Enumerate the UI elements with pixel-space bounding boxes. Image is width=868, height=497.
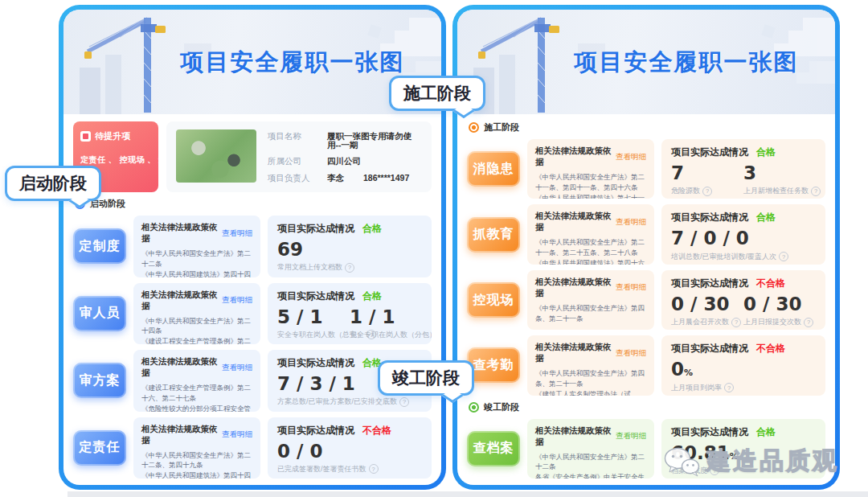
metric-value: 7 / 3 / 1 [277, 373, 355, 394]
metric-caption: 培训总数/已审批培训数/覆盖人次 [671, 252, 776, 262]
result-card: 项目实际达成情况 合格 7 / 0 / 0 培训总数/已审批培训数/覆盖人次? [661, 204, 825, 264]
law-line: 《中华人民共和国建筑法》第四十四条等 [141, 470, 252, 479]
left-panel-header: 项目安全履职一张图 [63, 10, 441, 114]
result-card-title: 项目实际达成情况 [277, 290, 354, 303]
project-info-card: 项目名称 履职一张图专用请勿使用--一期 所属公司 四川公司 项目负责人 李念 … [166, 121, 432, 192]
metric: 0 / 30 上月日报提交次数? [743, 294, 816, 327]
watermark: 建造品质观 [663, 445, 839, 478]
view-detail-link[interactable]: 查看明细 [222, 295, 252, 306]
help-icon[interactable]: ? [811, 187, 821, 196]
law-line: 《中华人民共和国安全生产法》第二十二条 [535, 452, 646, 473]
metric-value: 0 / 30 [671, 294, 729, 314]
view-detail-link[interactable]: 查看明细 [222, 429, 252, 440]
left-panel: 项目安全履职一张图 待提升项 定责任 、 控现场 、 查考勤 项目名称 [59, 5, 446, 490]
stage-button-archive-check[interactable]: 查档案 [467, 431, 520, 466]
view-detail-link[interactable]: 查看明细 [616, 282, 646, 293]
metric-value: 0 / 30 [743, 294, 801, 314]
result-card: 项目实际达成情况 不合格 0 / 30 上月晨会召开次数? 0 / 30 上月日… [661, 270, 825, 330]
page-title: 项目安全履职一张图 [152, 47, 433, 79]
law-line: 各省《安全生产条例》中关于安全生产信息档案的条款 [535, 472, 646, 479]
status-badge: 不合格 [362, 424, 391, 437]
law-card-title: 相关法律法规政策依据 [141, 222, 222, 244]
law-card: 相关法律法规政策依据 查看明细 《中华人民共和国安全生产法》第二十一条、第二十五… [527, 204, 654, 264]
help-icon[interactable]: ? [779, 252, 788, 261]
law-line: 《建设工程安全生产管理条例》第二十六、第二十七条 [141, 383, 252, 404]
help-icon[interactable]: ? [804, 318, 813, 327]
law-line: 《中华人民共和国安全生产法》第四条、第二十一条 [535, 368, 646, 389]
data-row: 消隐患 相关法律法规政策依据 查看明细 《中华人民共和国安全生产法》第二十一条、… [467, 139, 825, 199]
watermark-text: 建造品质观 [706, 445, 839, 478]
project-manager-field: 项目负责人 李念 186****1497 [268, 174, 422, 183]
law-line: 《中华人民共和国安全生产法》第二十二条、第四十九条 [141, 450, 252, 471]
data-row: 定责任 相关法律法规政策依据 查看明细 《中华人民共和国安全生产法》第二十二条、… [73, 417, 432, 479]
status-badge: 不合格 [756, 277, 785, 290]
manager-phone: 186****1497 [363, 174, 409, 183]
stage-button-review-personnel[interactable]: 审人员 [73, 296, 126, 331]
law-card-title: 相关法律法规政策依据 [535, 277, 616, 299]
law-line: 《建筑工人实名制管理办法（试行）》第十二条 [535, 389, 646, 396]
help-icon[interactable]: ? [702, 187, 712, 196]
metric-value: 0 [671, 359, 684, 380]
section-launch-phase: 启动阶段 [75, 198, 432, 210]
metric-caption: 上月新增检查任务数 [743, 186, 809, 196]
view-detail-link[interactable]: 查看明细 [222, 228, 252, 239]
view-detail-link[interactable]: 查看明细 [616, 431, 646, 442]
view-detail-link[interactable]: 查看明细 [616, 348, 646, 359]
result-card-title: 项目实际达成情况 [277, 424, 354, 437]
metric-caption: 安全专职在岗人数（分包） [350, 330, 432, 340]
help-icon[interactable]: ? [731, 318, 741, 327]
result-card-title: 项目实际达成情况 [671, 146, 748, 159]
project-summary-row: 待提升项 定责任 、 控现场 、 查考勤 项目名称 履职一张图专用请勿使用--一… [73, 121, 432, 192]
view-detail-link[interactable]: 查看明细 [616, 217, 646, 228]
metric-value: 1 / 1 [350, 306, 395, 327]
wechat-icon [663, 446, 702, 477]
metric: 0% 上月项目到岗率? [671, 359, 816, 392]
result-card-title: 项目实际达成情况 [277, 222, 354, 236]
result-card-title: 项目实际达成情况 [671, 342, 748, 355]
metric-caption: 危险源数 [671, 186, 700, 196]
result-card: 项目实际达成情况 合格 7 危险源数? 3 上月新增检查任务数? [661, 139, 825, 199]
project-company-field: 所属公司 四川公司 [268, 157, 422, 166]
result-card: 项目实际达成情况 不合格 0% 上月项目到岗率? [661, 335, 825, 395]
stage-button-site-control[interactable]: 控现场 [467, 282, 520, 318]
view-detail-link[interactable]: 查看明细 [616, 152, 646, 162]
metric-caption: 常用文档上传文档数 [277, 262, 342, 273]
law-card: 相关法律法规政策依据 查看明细 《建设工程安全生产管理条例》第二十六、第二十七条… [133, 350, 260, 412]
stage-button-eliminate-hazards[interactable]: 消隐患 [467, 151, 520, 187]
law-card-title: 相关法律法规政策依据 [141, 290, 222, 312]
help-icon[interactable]: ? [399, 397, 409, 407]
metric-value: 7 [671, 162, 684, 183]
result-card-title: 项目实际达成情况 [671, 425, 748, 439]
status-badge: 合格 [362, 222, 382, 236]
law-card-title: 相关法律法规政策依据 [535, 211, 616, 233]
result-card: 项目实际达成情况 不合格 0 / 0 已完成签署数/签署责任书数? [268, 417, 432, 479]
callout-completion-phase: 竣工阶段 [378, 360, 474, 396]
stage-button-safety-education[interactable]: 抓教育 [467, 217, 520, 253]
section-completion-phase: 竣工阶段 [469, 401, 825, 413]
metric: 1 / 1 安全专职在岗人数（分包）? [350, 307, 422, 340]
law-card-title: 相关法律法规政策依据 [535, 425, 616, 448]
stage-button-attendance-check[interactable]: 查考勤 [467, 347, 520, 383]
metric-value: 7 / 0 / 0 [671, 228, 749, 249]
metric-caption: 上月项目到岗率 [671, 383, 722, 393]
law-card: 相关法律法规政策依据 查看明细 《中华人民共和国安全生产法》第二十二条、第四十九… [133, 417, 260, 479]
law-line: 《危险性较大的分部分项工程安全管理规定》第七条、第十条、第十五条等 [141, 404, 252, 412]
help-icon[interactable]: ? [724, 383, 734, 392]
law-card: 相关法律法规政策依据 查看明细 《中华人民共和国安全生产法》第二十四条 《建设工… [133, 283, 260, 345]
law-line: 《中华人民共和国建筑法》第四十六条 [535, 258, 646, 265]
help-icon[interactable]: ? [369, 464, 379, 474]
callout-launch-phase: 启动阶段 [5, 166, 101, 201]
law-card: 相关法律法规政策依据 查看明细 《中华人民共和国安全生产法》第二十二条 《中华人… [133, 216, 260, 277]
status-badge: 合格 [756, 425, 776, 439]
project-name-field: 项目名称 履职一张图专用请勿使用--一期 [268, 132, 422, 149]
metric: 0 / 30 上月晨会召开次数? [671, 294, 743, 327]
bottom-bar [68, 491, 868, 497]
right-panel: 项目安全履职一张图 施工阶段 消隐患 相关法律法规政策依据 查看明细 《中华人民… [452, 5, 840, 490]
stage-button-review-plan[interactable]: 审方案 [73, 363, 126, 398]
help-icon[interactable]: ? [345, 263, 354, 273]
view-detail-link[interactable]: 查看明细 [222, 363, 252, 373]
law-card-title: 相关法律法规政策依据 [535, 342, 616, 364]
stage-button-define-rules[interactable]: 定制度 [73, 228, 126, 264]
result-card: 项目实际达成情况 合格 69 常用文档上传文档数? [268, 216, 432, 277]
stage-button-assign-responsibility[interactable]: 定责任 [73, 430, 126, 466]
